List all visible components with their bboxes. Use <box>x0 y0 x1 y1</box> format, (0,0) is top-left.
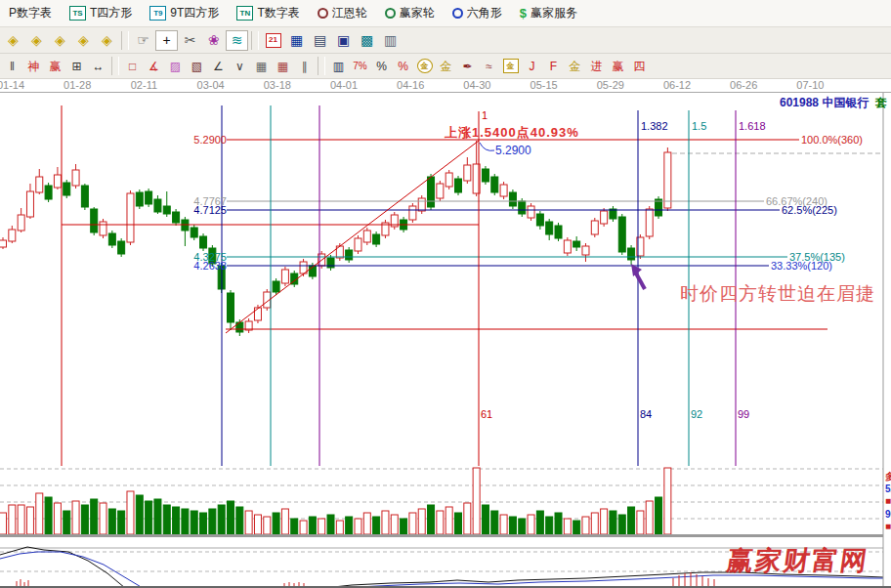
tab-T四方形[interactable]: TST四方形 <box>61 0 141 26</box>
wave-pattern-tool-icon[interactable]: ≋ <box>226 30 248 51</box>
stats-column-tool-icon[interactable]: ▥ <box>328 56 349 76</box>
tab-label: T数字表 <box>257 5 299 21</box>
jin-angle-tool-icon[interactable]: 进 <box>586 56 607 76</box>
tab-label: 赢家轮 <box>400 5 435 21</box>
gold-circle-tool-icon: 金 <box>417 59 433 73</box>
ruler-123-tool-icon[interactable]: ⊞ <box>66 56 87 76</box>
rect-tool-icon[interactable]: □ <box>122 56 143 76</box>
gold-box-tool-icon[interactable]: 金 <box>500 56 521 76</box>
t-square-icon: TS <box>69 6 86 21</box>
win-tool-icon[interactable]: 赢 <box>45 56 65 76</box>
nav-diamond-1-icon[interactable]: ◈ <box>2 30 24 51</box>
hexagon-icon <box>452 8 463 19</box>
date-tick: 04-16 <box>397 79 424 91</box>
tab-江恩轮[interactable]: 江恩轮 <box>309 0 376 26</box>
hand-tool-icon[interactable]: ☞ <box>132 30 154 51</box>
toolbar-separator <box>121 31 129 50</box>
cut-tool-icon[interactable]: ✂ <box>179 30 201 51</box>
date-tick: 05-15 <box>530 79 558 91</box>
tab-label: T四方形 <box>90 5 132 21</box>
tab-赢家轮[interactable]: 赢家轮 <box>376 0 444 26</box>
tab-label: 江恩轮 <box>332 5 367 21</box>
date-axis: 01-1401-2802-1103-0403-1804-0104-1604-30… <box>0 79 891 93</box>
tab-label: 9T四方形 <box>170 5 219 21</box>
toolbar-separator <box>111 57 119 75</box>
toolbar-main: ◈◈◈◈◈☞+✂❀≋21▦▤▣▩▥ <box>0 27 891 54</box>
save-tool-icon[interactable]: ▣ <box>332 30 355 51</box>
date-tick: 05-29 <box>597 79 624 91</box>
gann-grid-tool-icon[interactable]: ▧ <box>187 56 207 76</box>
shen-tool-icon[interactable]: 神 <box>23 56 44 76</box>
clipped-tool-icon[interactable]: ‖ <box>2 56 22 76</box>
nav-diamond-2-icon[interactable]: ◈ <box>25 30 48 51</box>
gann-wheel-icon <box>318 8 328 19</box>
tab-P数字表[interactable]: P数字表 <box>0 0 61 26</box>
percent-band-tool-icon[interactable]: 7% <box>350 56 370 76</box>
zigzag-tool-icon[interactable]: ∨ <box>230 56 250 76</box>
gold-line-tool-icon[interactable]: 金 <box>436 56 456 76</box>
date-tick: 04-01 <box>330 79 358 91</box>
date-tick: 06-26 <box>730 79 757 91</box>
print-tool-icon[interactable]: ▥ <box>379 30 402 51</box>
calendar-tool-icon: 21 <box>266 33 281 48</box>
gold-angle-tool-icon[interactable]: 金 <box>565 56 585 76</box>
calendar-tool-icon[interactable]: 21 <box>262 30 284 51</box>
tab-bar: P数字表TST四方形T99T四方形TNT数字表江恩轮赢家轮六角形$赢家服务 <box>0 0 891 27</box>
date-tick: 06-12 <box>663 79 691 91</box>
toolbar-separator <box>318 57 325 75</box>
f-angle-tool-icon[interactable]: F <box>543 56 564 76</box>
nav-diamond-5-icon[interactable]: ◈ <box>96 30 118 51</box>
nav-diamond-3-icon[interactable]: ◈ <box>49 30 71 51</box>
t-number-icon: TN <box>236 6 253 21</box>
angles-tool-icon[interactable]: ∠ <box>208 56 229 76</box>
wave-band-tool-icon[interactable]: ≈ <box>479 56 499 76</box>
tab-9T四方形[interactable]: T99T四方形 <box>141 0 228 26</box>
gold-box-tool-icon: 金 <box>503 59 519 73</box>
tab-label: P数字表 <box>9 5 52 21</box>
j-angle-tool-icon[interactable]: J <box>522 56 542 76</box>
date-tick: 01-14 <box>0 79 24 91</box>
t9-square-icon: T9 <box>149 6 166 21</box>
date-tick: 01-28 <box>64 79 91 91</box>
grid-red-tool-icon[interactable]: ▦ <box>273 56 293 76</box>
parallel-tool-icon[interactable]: ∥ <box>294 56 315 76</box>
tab-T数字表[interactable]: TNT数字表 <box>228 0 308 26</box>
percent-line-tool-icon[interactable]: % <box>393 56 413 76</box>
calculator-tool-icon[interactable]: ▦ <box>285 30 308 51</box>
grid-tool-icon[interactable]: ▦ <box>251 56 272 76</box>
gann-fan-tool-icon[interactable]: ∡ <box>144 56 164 76</box>
ink-flag-tool-icon[interactable]: ✒ <box>457 56 478 76</box>
winner-service-icon: $ <box>520 6 527 21</box>
percent-tool-icon[interactable]: % <box>371 56 392 76</box>
nav-diamond-4-icon[interactable]: ◈ <box>72 30 95 51</box>
crosshair-tool-icon[interactable]: + <box>155 30 178 51</box>
tab-label: 赢家服务 <box>530 5 577 21</box>
date-tick: 07-10 <box>796 79 824 91</box>
notes-tool-icon[interactable]: ▤ <box>309 30 331 51</box>
four-angle-tool-icon[interactable]: 四 <box>629 56 650 76</box>
export-tool-icon[interactable]: ▩ <box>356 30 378 51</box>
date-tick: 04-30 <box>463 79 490 91</box>
tab-赢家服务[interactable]: $赢家服务 <box>511 0 586 26</box>
date-tick: 02-11 <box>131 79 157 91</box>
gann-box-tool-icon[interactable]: ▨ <box>165 56 186 76</box>
tab-label: 六角形 <box>467 5 502 21</box>
toolbar-separator <box>251 31 259 50</box>
date-tick: 03-04 <box>197 79 225 91</box>
win-angle-tool-icon[interactable]: 赢 <box>608 56 628 76</box>
tab-六角形[interactable]: 六角形 <box>444 0 511 26</box>
gold-circle-tool-icon[interactable]: 金 <box>414 56 435 76</box>
winner-wheel-icon <box>385 8 396 19</box>
date-tick: 03-18 <box>264 79 291 91</box>
app-window: 601988 中国银行 套 上涨1.5400点40.93% 5.2900 时价四… <box>0 0 891 588</box>
width-measure-tool-icon[interactable]: ↔ <box>88 56 108 76</box>
toolbar-gann: ‖神赢⊞↔□∡▨▧∠∨▦▦∥▥7%%%金金✒≈金JF金进赢四 <box>0 54 891 79</box>
clover-tool-icon[interactable]: ❀ <box>202 30 225 51</box>
